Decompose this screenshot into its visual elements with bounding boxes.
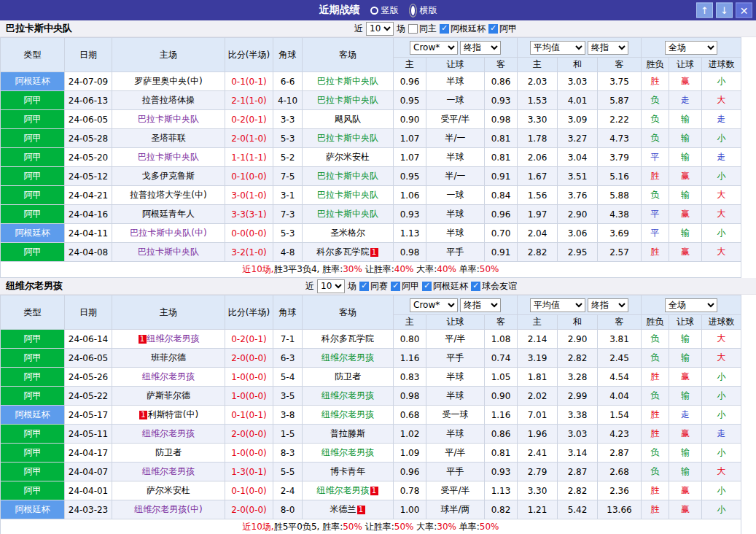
euro-odds-0: 7.01 [518, 406, 558, 425]
sub-header-1: 让球 [426, 315, 485, 330]
euro-odds-0: 3.30 [518, 481, 558, 500]
summary-row: 近10场,胜5平0负5, 胜率:50% 让胜率:50% 大率:30% 单率:50… [1, 519, 741, 534]
handicap-mark: 赢 [669, 72, 702, 91]
goals-mark: 小 [702, 500, 741, 519]
asia-odds-0: 0.95 [394, 167, 426, 186]
handicap-mark: 走 [669, 406, 702, 425]
filter-checkbox[interactable]: 阿根廷杯 [422, 280, 468, 293]
team-text: 科尔多瓦学院 [317, 247, 370, 257]
euro-odds-1: 3.03 [558, 72, 598, 91]
asia-source-select[interactable]: Crow* [410, 298, 458, 312]
asia-odds-0: 0.78 [394, 481, 426, 500]
table-row: 阿甲24-05-11纽维尔老男孩2-0(0-0)1-5普拉滕斯1.02半球0.8… [1, 425, 741, 444]
sub-header-3: 主 [518, 315, 558, 330]
asia-source-select[interactable]: Crow* [410, 41, 458, 55]
summary-segment: 让胜率: [362, 522, 394, 532]
red-card-badge: 1 [139, 335, 147, 344]
filter-checkbox[interactable]: 阿根廷杯 [440, 23, 486, 35]
team-text: 萨斯菲尔德 [147, 390, 190, 400]
result-scope-select[interactable]: 全场 [665, 298, 717, 312]
checkbox-checked-icon[interactable] [471, 282, 480, 291]
games-label: 场 [397, 23, 405, 35]
filter-checkbox[interactable]: 阿甲 [391, 280, 419, 293]
filter-checkbox[interactable]: 球会友谊 [471, 280, 517, 293]
filter-checkbox[interactable]: 同主 [408, 23, 437, 35]
asia-odds-2: 1.13 [485, 481, 518, 500]
handicap-mark: 赢 [669, 167, 702, 186]
asia-odds-1: 半球 [426, 387, 485, 406]
match-date: 24-07-09 [65, 72, 112, 91]
euro-odds-2: 4.38 [598, 205, 642, 224]
table-row: 阿甲24-04-16阿根廷青年人3-3(3-1)7-3巴拉卡斯中央队0.93半球… [1, 205, 741, 224]
euro-odds-0: 1.81 [518, 368, 558, 387]
euro-odds-2: 4.73 [598, 129, 642, 148]
checkbox-checked-icon[interactable] [359, 282, 369, 291]
asia-odds-2: 0.74 [485, 349, 518, 368]
layout-radio-vertical[interactable]: 竖版 [370, 4, 399, 17]
euro-odds-1: 3.04 [558, 148, 598, 167]
team-text: 罗萨里奥中央(中) [134, 76, 202, 86]
euro-source-select[interactable]: 平均值 [530, 298, 585, 312]
match-score: 2-1(1-0) [225, 91, 273, 110]
league-badge: 阿甲 [1, 243, 65, 262]
checkbox-label: 同赛 [370, 280, 388, 293]
checkbox-checked-icon[interactable] [422, 282, 432, 291]
away-team: 巴拉卡斯中央队 [303, 72, 394, 91]
euro-odds-2: 3.69 [598, 224, 642, 243]
asia-final-select[interactable]: 终指 [460, 41, 501, 55]
euro-final-select[interactable]: 终指 [588, 41, 628, 55]
match-count-select[interactable]: 10 [366, 22, 394, 36]
checkbox-unchecked-icon[interactable] [408, 24, 418, 34]
layout-radio-horizontal[interactable]: 横版 [409, 4, 437, 18]
goals-mark: 大 [702, 349, 741, 368]
summary-segment: 单率: [456, 522, 480, 532]
team-text: 圣米格尔 [330, 228, 365, 238]
away-team: 科尔多瓦学院1 [303, 243, 394, 262]
table-head: 类型日期主场比分(半场)角球客场Crow*终指平均值终指全场主让球客主和客胜负让… [1, 295, 741, 330]
team-text: 纽维尔老男孩 [142, 371, 195, 382]
corner-count: 3-3 [273, 110, 303, 129]
checkbox-checked-icon[interactable] [440, 24, 449, 34]
handicap-mark: 赢 [669, 481, 702, 500]
handicap-mark: 赢 [669, 425, 702, 444]
league-badge: 阿甲 [1, 387, 65, 406]
checkbox-checked-icon[interactable] [488, 24, 498, 34]
home-team: 阿根廷青年人 [112, 205, 225, 224]
euro-odds-2: 5.87 [598, 91, 642, 110]
filter-checkbox[interactable]: 阿甲 [488, 23, 517, 35]
sub-header-8: 进球数 [702, 315, 741, 330]
sub-header-3: 主 [518, 58, 558, 72]
asia-odds-2: 0.91 [485, 167, 518, 186]
match-date: 24-05-22 [65, 387, 112, 406]
asia-final-select[interactable]: 终指 [460, 298, 501, 312]
column-header-home: 主场 [112, 38, 225, 72]
close-button[interactable]: ✕ [736, 3, 752, 18]
team-text: 巴拉卡斯中央队 [138, 114, 199, 124]
euro-odds-header: 平均值终指 [518, 38, 642, 58]
euro-odds-selects: 平均值终指 [518, 298, 641, 312]
checkbox-checked-icon[interactable] [391, 282, 400, 291]
result-scope-select[interactable]: 全场 [665, 41, 717, 55]
match-count-select[interactable]: 10 [317, 279, 345, 293]
team-text: 防卫者 [335, 371, 361, 382]
match-score: 0-2(0-1) [225, 110, 273, 129]
close-icon: ✕ [740, 4, 749, 16]
away-team: 纽维尔老男孩 [303, 349, 394, 368]
outcome-mark: 胜 [642, 481, 669, 500]
filter-checkbox[interactable]: 同赛 [359, 280, 388, 293]
outcome-mark: 胜 [642, 406, 669, 425]
match-score: 1-1(1-1) [225, 148, 273, 167]
match-date: 24-05-26 [65, 368, 112, 387]
column-header-corner: 角球 [273, 295, 303, 330]
euro-final-select[interactable]: 终指 [588, 298, 628, 312]
move-up-button[interactable]: ↑ [696, 3, 713, 18]
move-down-button[interactable]: ↓ [716, 3, 733, 18]
results-table: 类型日期主场比分(半场)角球客场Crow*终指平均值终指全场主让球客主和客胜负让… [0, 295, 741, 534]
euro-odds-0: 1.96 [518, 425, 558, 444]
match-score: 1-0(0-0) [225, 387, 273, 406]
euro-odds-0: 2.06 [518, 148, 558, 167]
home-team: 1纽维尔老男孩 [112, 330, 225, 349]
asia-odds-1: 半球 [426, 368, 485, 387]
near-label: 近 [354, 23, 363, 35]
euro-source-select[interactable]: 平均值 [530, 41, 585, 55]
